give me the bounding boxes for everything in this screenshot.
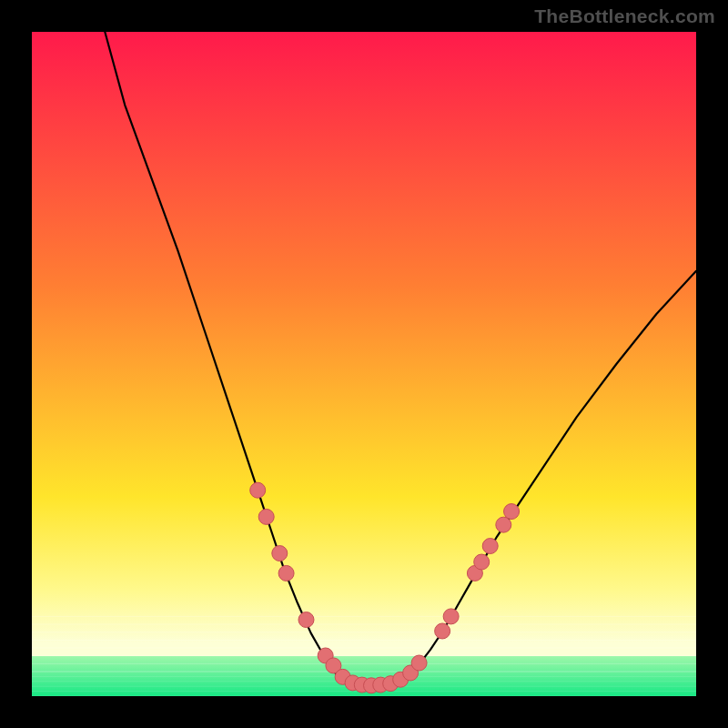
data-marker: [482, 539, 498, 554]
data-marker: [474, 554, 490, 570]
data-marker: [411, 655, 427, 671]
data-marker: [443, 609, 459, 624]
plot-svg: [32, 32, 696, 696]
watermark-text: TheBottleneck.com: [534, 5, 715, 27]
data-marker: [298, 612, 314, 628]
data-marker: [435, 623, 450, 639]
gradient-bg: [32, 32, 696, 696]
data-marker: [496, 517, 511, 532]
chart-frame: TheBottleneck.com: [0, 0, 728, 728]
data-marker: [258, 509, 274, 524]
data-marker: [278, 565, 294, 581]
data-marker: [250, 482, 266, 498]
data-marker: [504, 504, 520, 520]
data-marker: [272, 546, 288, 561]
bottleneck-plot: [32, 32, 696, 696]
